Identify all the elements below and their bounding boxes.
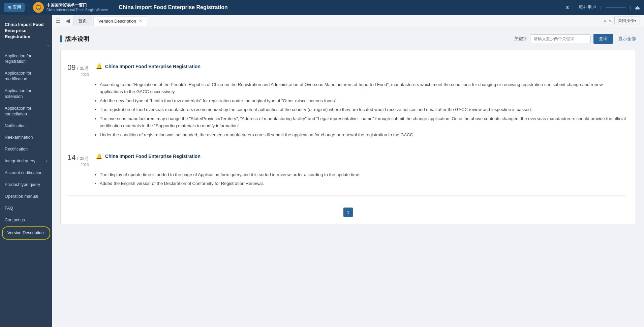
user-label: 境外用户 <box>579 4 596 10</box>
tab-next-btn[interactable]: » <box>609 18 612 24</box>
date-top-1: 09 / 05月 <box>67 63 89 72</box>
integrated-query-label: Integrated query <box>5 158 35 164</box>
sidebar: China Import Food Enterprise Registratio… <box>0 15 52 327</box>
date-year-2: 2023 <box>67 163 89 167</box>
version-header-2: 14 / 02月 2023 🔔 China Import Food Enterp… <box>67 153 626 167</box>
version-title-1: 🔔 China Import Food Enterprise Registrat… <box>96 63 201 70</box>
version-icon-3: 🔔 <box>96 202 102 202</box>
tab-home-label: 首页 <box>78 18 87 24</box>
bullet-2-2: Added the English version of the Declara… <box>100 180 626 187</box>
sidebar-item-product-query[interactable]: Product type query <box>0 179 52 191</box>
search-input[interactable] <box>530 34 591 43</box>
tab-prev-btn[interactable]: « <box>604 18 606 24</box>
sidebar-item-reexamination[interactable]: Reexamination <box>0 132 52 143</box>
tab-bar-right: « » 关闭操作▾ <box>604 17 643 25</box>
version-date-2: 14 / 02月 2023 <box>67 153 89 167</box>
content-area: 版本说明 关键字 查询 显示全部 <box>52 27 644 327</box>
back-btn[interactable]: ◀ <box>64 16 72 25</box>
main-layout: China Import Food Enterprise Registratio… <box>0 15 644 327</box>
tab-home[interactable]: 首页 <box>73 16 92 26</box>
arrow-icon: ‹ <box>46 158 48 164</box>
version-scroll-area[interactable]: 09 / 05月 2023 🔔 China Import Food Enterp… <box>67 57 629 202</box>
version-entry-1: 09 / 05月 2023 🔔 China Import Food Enterp… <box>67 57 626 147</box>
tab-version-desc[interactable]: Version Description ✕ <box>93 16 147 26</box>
sidebar-item-contact[interactable]: Contact us <box>0 214 52 226</box>
topbar-main-title: China Import Food Enterprise Registratio… <box>119 4 228 10</box>
sidebar-item-rectification[interactable]: Rectification <box>0 143 52 155</box>
version-container: 09 / 05月 2023 🔔 China Import Food Enterp… <box>60 50 636 224</box>
version-icon-1: 🔔 <box>96 63 102 70</box>
sidebar-item-integrated-query[interactable]: Integrated query ‹ <box>0 155 52 167</box>
sidebar-item-version-desc[interactable]: Version Description <box>3 227 50 239</box>
pagination: 1 <box>67 208 629 217</box>
sidebar-collapse-btn[interactable]: ‹ <box>0 43 52 50</box>
bullet-1-1: According to the "Regulations of the Peo… <box>100 81 626 96</box>
version-entry-3: 17 / 01月 2023 🔔 China Import Food Enterp… <box>67 196 626 202</box>
topbar-divider <box>113 2 113 12</box>
version-title-2: 🔔 China Import Food Enterprise Registrat… <box>96 153 201 160</box>
sidebar-item-modification[interactable]: Application for modification <box>0 67 52 85</box>
logout-icon[interactable]: ⏏ <box>635 4 640 11</box>
date-sep-1: / <box>77 65 78 71</box>
version-icon-2: 🔔 <box>96 153 102 160</box>
logo-en-text: China International Trade Single Window <box>47 8 108 12</box>
date-sep-2: / <box>77 156 78 161</box>
apps-button[interactable]: ⊞ 应用 <box>4 3 25 12</box>
date-year-1: 2023 <box>67 73 89 77</box>
version-app-title-1: China Import Food Enterprise Registratio… <box>105 64 201 69</box>
tab-bar-left: ☰ ◀ 首页 Version Description ✕ <box>54 16 147 26</box>
right-panel: ☰ ◀ 首页 Version Description ✕ « » 关闭操作▾ <box>52 15 644 327</box>
bullet-2-1: The display of update time is added to t… <box>100 171 626 179</box>
close-action-btn[interactable]: 关闭操作▾ <box>614 17 640 25</box>
sidebar-item-cancellation[interactable]: Application for cancellation <box>0 103 52 120</box>
version-bullets-2: The display of update time is added to t… <box>94 171 626 188</box>
sidebar-item-registration[interactable]: Application for registration <box>0 50 52 68</box>
sidebar-item-notification[interactable]: Notification <box>0 120 52 132</box>
logo-cn-text: 中国国际贸易单一窗口 <box>47 3 87 7</box>
version-bullets-1: According to the "Regulations of the Peo… <box>94 81 626 139</box>
menu-btn[interactable]: ☰ <box>54 16 62 25</box>
search-button[interactable]: 查询 <box>593 34 613 44</box>
sidebar-item-operation-manual[interactable]: Operation manual <box>0 191 52 202</box>
version-date-3: 17 / 01月 2023 <box>67 202 89 202</box>
topbar-right-actions: ✉ | 境外用户 | | ⏏ <box>566 4 640 11</box>
version-date-1: 09 / 05月 2023 <box>67 63 89 77</box>
sidebar-item-account-cert[interactable]: Account certification <box>0 167 52 179</box>
tab-close-btn[interactable]: ✕ <box>139 19 142 23</box>
bullet-1-5: Under the condition of registration was … <box>100 132 626 139</box>
mail-icon[interactable]: ✉ <box>566 5 570 10</box>
keyword-label: 关键字 <box>514 36 527 42</box>
bullet-1-2: Add the new food type of "health food ra… <box>100 98 626 105</box>
show-all-button[interactable]: 显示全部 <box>618 36 636 42</box>
date-month-2: 02月 <box>80 156 89 162</box>
logo-text-block: 中国国际贸易单一窗口 China International Trade Sin… <box>47 3 108 12</box>
version-title-row-2: 🔔 China Import Food Enterprise Registrat… <box>96 153 201 160</box>
date-month-1: 05月 <box>80 65 89 72</box>
date-day-2: 14 <box>67 153 75 162</box>
version-entry-2: 14 / 02月 2023 🔔 China Import Food Enterp… <box>67 147 626 196</box>
bullet-1-3: The registration of food overseas manufa… <box>100 106 626 113</box>
username-display <box>606 7 626 8</box>
bullet-1-4: The overseas manufacturers may change th… <box>100 115 626 130</box>
title-accent <box>60 35 62 43</box>
page-title: 版本说明 <box>65 35 89 43</box>
grid-icon: ⊞ <box>7 5 11 10</box>
topbar: ⊞ 应用 🦁 中国国际贸易单一窗口 China International Tr… <box>0 0 644 15</box>
page-1-btn[interactable]: 1 <box>343 208 353 217</box>
version-app-title-2: China Import Food Enterprise Registratio… <box>105 154 201 159</box>
sidebar-item-faq[interactable]: FAQ <box>0 202 52 214</box>
page-header: 版本说明 关键字 查询 显示全部 <box>60 34 636 44</box>
tab-bar: ☰ ◀ 首页 Version Description ✕ « » 关闭操作▾ <box>52 15 644 27</box>
sidebar-item-extension[interactable]: Application for extension <box>0 85 52 103</box>
version-title-3: 🔔 China Import Food Enterprise Registrat… <box>96 202 201 202</box>
version-header-1: 09 / 05月 2023 🔔 China Import Food Enterp… <box>67 63 626 77</box>
sidebar-header: China Import Food Enterprise Registratio… <box>0 18 52 43</box>
apps-label: 应用 <box>12 4 21 10</box>
topbar-logo: 🦁 中国国际贸易单一窗口 China International Trade S… <box>29 2 108 13</box>
tab-version-label: Version Description <box>98 19 136 24</box>
date-day-1: 09 <box>67 63 75 72</box>
date-top-2: 14 / 02月 <box>67 153 89 162</box>
logo-icon: 🦁 <box>33 2 44 13</box>
version-title-row-3: 🔔 China Import Food Enterprise Registrat… <box>96 202 201 202</box>
version-header-3: 17 / 01月 2023 🔔 China Import Food Enterp… <box>67 202 626 202</box>
